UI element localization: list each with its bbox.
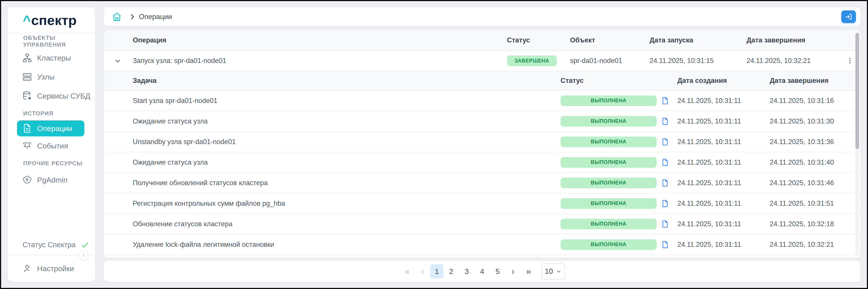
sidebar-collapse-button[interactable] <box>79 250 89 260</box>
col-header-task-end-date: Дата завершения <box>770 77 860 85</box>
task-log-button[interactable] <box>661 178 670 188</box>
file-icon <box>661 198 670 209</box>
table-scrollbar-track[interactable] <box>856 32 859 255</box>
file-icon <box>661 157 670 168</box>
sidebar-item-events[interactable]: События <box>8 136 95 155</box>
section-header-other-resources: ПРОЧИЕ РЕСУРСЫ <box>8 159 95 168</box>
sidebar-item-db-services[interactable]: Сервисы СУБД <box>8 86 95 106</box>
section-header-management-objects: ОБЪЕКТЫ УПРАВЛЕНИЯ <box>8 37 95 46</box>
chevron-left-icon <box>81 252 87 258</box>
task-row[interactable]: Ожидание статуса узла ВЫПОЛНЕНА 24.11.20… <box>104 152 860 173</box>
col-header-created-date: Дата создания <box>677 77 770 85</box>
operation-object: spr-da01-node01 <box>570 57 650 65</box>
home-button[interactable] <box>112 11 122 22</box>
col-header-status: Статус <box>507 36 570 44</box>
db-services-icon <box>22 91 32 101</box>
col-header-object: Объект <box>570 36 650 44</box>
task-created-date: 24.11.2025, 10:31:11 <box>677 138 770 146</box>
pgadmin-icon <box>22 175 32 185</box>
task-title: Unstandby узла spr-da01-node01 <box>133 138 561 146</box>
page-button-1[interactable]: 1 <box>430 264 443 279</box>
page-size-select[interactable]: 10 <box>541 263 565 280</box>
prev-page-button[interactable]: ‹ <box>415 264 430 279</box>
table-scrollbar-thumb[interactable] <box>856 33 859 149</box>
chevron-down-icon <box>556 268 562 274</box>
chevron-down-icon <box>113 56 122 65</box>
task-end-date: 24.11.2025, 10:32:18 <box>770 220 860 228</box>
task-title: Start узла spr-da01-node01 <box>133 97 561 105</box>
page-button-3[interactable]: 3 <box>459 264 474 279</box>
task-row[interactable]: Start узла spr-da01-node01 ВЫПОЛНЕНА 24.… <box>104 91 860 111</box>
task-created-date: 24.11.2025, 10:31:11 <box>677 117 770 125</box>
task-status-badge: ВЫПОЛНЕНА <box>561 95 657 106</box>
task-title: Удаление lock-файла легитимной остановки <box>133 241 561 249</box>
task-log-button[interactable] <box>661 96 670 106</box>
task-log-button[interactable] <box>661 157 670 168</box>
main-area: Операции Операция Статус Объект Дата зап… <box>104 7 860 282</box>
collapse-row-button[interactable] <box>113 56 122 65</box>
col-header-task-status: Статус <box>561 77 661 85</box>
sidebar-item-label: Операции <box>37 124 72 133</box>
operation-end-date: 24.11.2025, 10:32:21 <box>746 57 844 65</box>
task-title: Получение обновлений статусов кластера <box>133 179 561 187</box>
operation-start-date: 24.11.2025, 10:31:15 <box>650 57 746 65</box>
file-icon <box>661 96 670 106</box>
spektr-status-label: Статус Спектра <box>23 241 75 249</box>
page-button-2[interactable]: 2 <box>443 264 459 279</box>
logo-text: спектр <box>31 12 76 28</box>
sidebar-divider <box>8 255 95 255</box>
file-icon <box>661 219 670 229</box>
sidebar-item-label: События <box>37 142 68 150</box>
sidebar-item-clusters[interactable]: Кластеры <box>8 48 95 67</box>
task-log-button[interactable] <box>661 116 670 126</box>
sidebar-item-operations[interactable]: Операции <box>17 120 84 136</box>
task-log-button[interactable] <box>661 198 670 209</box>
col-header-end-date: Дата завершения <box>746 36 844 44</box>
logo-caret-icon: ^ <box>23 12 31 28</box>
home-icon <box>112 11 122 22</box>
operation-title: Запуск узла: spr-da01-node01 <box>133 57 507 65</box>
check-icon <box>81 240 90 250</box>
task-created-date: 24.11.2025, 10:31:11 <box>677 158 770 166</box>
clusters-icon <box>22 53 32 63</box>
status-badge: ЗАВЕРШЕНА <box>507 55 557 66</box>
task-status-badge: ВЫПОЛНЕНА <box>561 178 657 188</box>
task-end-date: 24.11.2025, 10:31:30 <box>770 117 860 125</box>
task-title: Ожидание статуса узла <box>133 158 561 166</box>
task-status-badge: ВЫПОЛНЕНА <box>561 239 657 250</box>
last-page-button[interactable]: » <box>521 264 536 279</box>
task-row[interactable]: Ожидание статуса узла ВЫПОЛНЕНА 24.11.20… <box>104 111 860 132</box>
col-header-task: Задача <box>133 77 561 85</box>
page-button-5[interactable]: 5 <box>490 264 505 279</box>
sidebar: ^спектр ОБЪЕКТЫ УПРАВЛЕНИЯ Кластеры <box>8 7 95 282</box>
task-created-date: 24.11.2025, 10:31:11 <box>677 97 770 105</box>
task-title: Обновление статусов кластера <box>133 220 561 228</box>
tasks-table-header: Задача Статус Дата создания Дата заверше… <box>104 71 860 91</box>
page-button-4[interactable]: 4 <box>474 264 490 279</box>
task-status-badge: ВЫПОЛНЕНА <box>561 157 657 168</box>
operation-row[interactable]: Запуск узла: spr-da01-node01 ЗАВЕРШЕНА s… <box>104 51 860 71</box>
task-row[interactable]: Unstandby узла spr-da01-node01 ВЫПОЛНЕНА… <box>104 132 860 152</box>
sidebar-item-pgadmin[interactable]: PgAdmin <box>8 170 95 190</box>
kebab-menu-icon <box>846 57 854 64</box>
task-row[interactable]: Удаление lock-файла легитимной остановки… <box>104 234 860 255</box>
task-log-button[interactable] <box>661 137 670 147</box>
col-header-start-date: Дата запуска <box>650 36 746 44</box>
first-page-button[interactable]: « <box>399 264 415 279</box>
task-title: Регистрация контрольных сумм файлов pg_h… <box>133 200 561 207</box>
task-end-date: 24.11.2025, 10:31:51 <box>770 200 860 207</box>
task-row[interactable]: Обновление статусов кластера ВЫПОЛНЕНА 2… <box>104 214 860 234</box>
task-row[interactable]: Регистрация контрольных сумм файлов pg_h… <box>104 193 860 214</box>
next-page-button[interactable]: › <box>505 264 521 279</box>
logout-button[interactable] <box>841 10 856 23</box>
task-status-badge: ВЫПОЛНЕНА <box>561 116 657 126</box>
sidebar-item-nodes[interactable]: Узлы <box>8 67 95 86</box>
task-end-date: 24.11.2025, 10:31:36 <box>770 138 860 146</box>
task-log-button[interactable] <box>661 239 670 250</box>
task-log-button[interactable] <box>661 219 670 229</box>
task-row[interactable]: Получение обновлений статусов кластера В… <box>104 173 860 193</box>
task-title: Ожидание статуса узла <box>133 117 561 125</box>
task-created-date: 24.11.2025, 10:31:11 <box>677 179 770 187</box>
row-actions-button[interactable] <box>844 54 856 67</box>
app-logo: ^спектр <box>8 7 95 33</box>
